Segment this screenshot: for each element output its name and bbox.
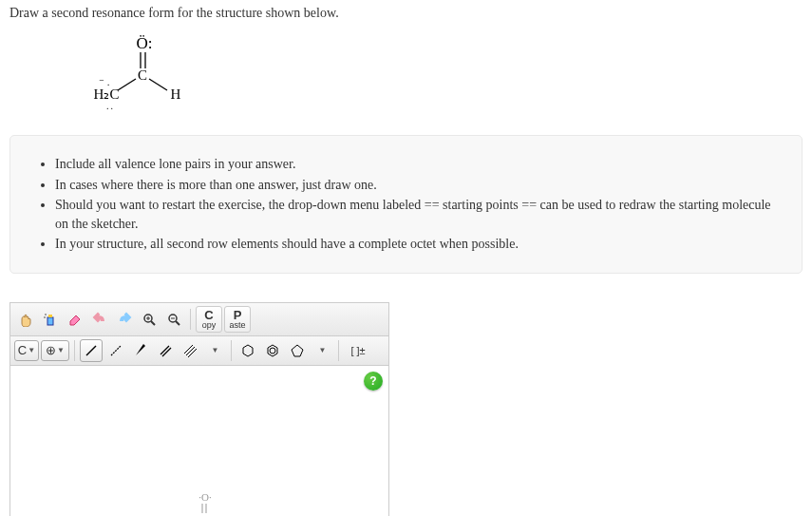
svg-line-25 [184,345,193,354]
hexagon-icon[interactable] [236,339,259,362]
single-bond-icon[interactable] [80,339,103,362]
svg-line-21 [86,346,96,355]
paste-button[interactable]: Paste [224,306,251,333]
svg-line-19 [176,321,179,325]
toolbar-separator [74,340,75,361]
generic-picker[interactable]: ⊕▼ [41,340,69,361]
ring-menu-icon[interactable]: ▼ [311,339,333,362]
drawing-canvas[interactable]: ? ·O· H₂C .. H [10,366,388,516]
svg-rect-11 [48,315,52,317]
toolbar-separator [231,340,232,361]
undo-icon[interactable] [88,308,111,331]
instruction-item: Should you want to restart the exercise,… [55,196,781,233]
instructions-panel: Include all valence lone pairs in your a… [9,135,803,274]
svg-point-12 [45,314,47,315]
pentagon-icon[interactable] [286,339,309,362]
chevron-down-icon: ▼ [28,346,35,354]
svg-text:H: H [171,86,181,102]
svg-marker-28 [243,345,253,356]
svg-text:·O·: ·O· [198,491,212,503]
zoom-out-icon[interactable] [162,308,185,331]
svg-text:H₂C: H₂C [94,86,120,102]
paste-label-small: aste [229,321,245,330]
svg-text:C: C [138,67,147,83]
zoom-in-icon[interactable] [138,308,161,331]
toolbar-separator [338,340,339,361]
element-picker[interactable]: C▼ [14,340,39,361]
wedge-bond-icon[interactable] [129,339,152,362]
instruction-item: In cases where there is more than one an… [55,176,781,195]
svg-text:⁻ .: ⁻ . [99,76,110,87]
svg-rect-10 [47,317,53,325]
benzene-icon[interactable] [261,339,284,362]
svg-line-5 [149,79,167,90]
bond-menu-icon[interactable]: ▼ [203,339,226,362]
copy-button[interactable]: Copy [196,306,222,333]
svg-line-4 [118,79,136,90]
copy-label-small: opy [202,321,217,330]
toolbar-separator [190,309,191,330]
svg-text:..: .. [106,101,115,111]
svg-line-22 [111,346,121,355]
redo-icon[interactable] [113,308,136,331]
molecule-sketcher: Copy Paste C▼ ⊕▼ ▼ ▼ [ ]± ? ·O· H₂C .. [9,302,389,516]
toolbar-row-2: C▼ ⊕▼ ▼ ▼ [ ]± [10,336,388,366]
double-bond-icon[interactable] [154,339,177,362]
charge-tool[interactable]: [ ]± [344,339,372,362]
instruction-item: In your structure, all second row elemen… [55,235,781,254]
given-structure: Ö: C H₂C ⁻ . .. H [85,35,803,116]
svg-line-27 [188,349,197,357]
svg-line-26 [186,347,195,355]
spray-tool-icon[interactable] [39,308,62,331]
svg-line-15 [151,321,155,325]
carbon-label: C [18,343,27,357]
svg-text:Ö:: Ö: [137,35,153,52]
chevron-down-icon: ▼ [57,346,65,354]
svg-point-13 [44,316,46,318]
svg-marker-31 [292,345,303,356]
canvas-molecule[interactable]: ·O· H₂C .. H [167,491,243,516]
grab-tool-icon[interactable] [14,308,37,331]
help-button[interactable]: ? [364,372,383,391]
instruction-item: Include all valence lone pairs in your a… [55,155,781,174]
dashed-bond-icon[interactable] [104,339,127,362]
eraser-tool-icon[interactable] [64,308,86,331]
toolbar-row-1: Copy Paste [10,303,388,336]
question-prompt: Draw a second resonance form for the str… [9,6,803,21]
triple-bond-icon[interactable] [179,339,201,362]
svg-point-30 [270,348,275,354]
